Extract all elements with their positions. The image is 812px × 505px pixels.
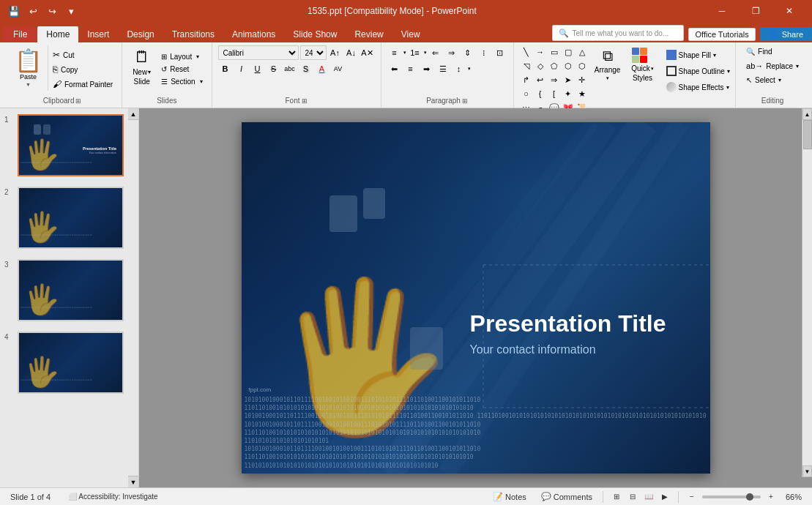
select-button[interactable]: ↖ Select ▾ bbox=[742, 74, 803, 86]
zoom-thumb[interactable] bbox=[746, 493, 753, 501]
strikethrough-button[interactable]: S bbox=[267, 61, 281, 76]
shape-quad-arrow[interactable]: ✛ bbox=[576, 73, 589, 86]
format-painter-button[interactable]: 🖌 Format Painter bbox=[50, 78, 116, 91]
numbering-arrow[interactable]: ▾ bbox=[424, 50, 427, 56]
shape-fill-button[interactable]: Shape Fill ▾ bbox=[662, 48, 734, 61]
shape-arrow-line[interactable]: → bbox=[534, 45, 547, 59]
tab-review[interactable]: Review bbox=[346, 26, 392, 42]
replace-button[interactable]: ab→ Replace ▾ bbox=[742, 59, 803, 72]
tab-home[interactable]: Home bbox=[37, 26, 78, 42]
undo-button[interactable]: ↩ bbox=[25, 3, 41, 19]
shape-rounded-rect[interactable]: ▢ bbox=[562, 45, 575, 59]
copy-button[interactable]: ⎘ Copy bbox=[50, 63, 116, 76]
normal-view-button[interactable]: ⊞ bbox=[609, 490, 624, 504]
redo-button[interactable]: ↪ bbox=[44, 3, 60, 19]
underline-button[interactable]: U bbox=[250, 61, 265, 76]
numbering-button[interactable]: 1≡ bbox=[408, 45, 422, 60]
line-spacing-button[interactable]: ↕ bbox=[452, 61, 466, 76]
shape-hexagon[interactable]: ⬡ bbox=[562, 59, 575, 72]
font-size-select[interactable]: 24 bbox=[300, 45, 327, 60]
shape-rtriangle[interactable]: ◹ bbox=[520, 59, 533, 72]
shape-star5[interactable]: ★ bbox=[576, 87, 589, 100]
panel-scroll-down[interactable]: ▼ bbox=[128, 476, 138, 487]
tab-animations[interactable]: Animations bbox=[223, 26, 284, 42]
layout-button[interactable]: ⊞ Layout ▾ bbox=[158, 51, 205, 62]
shape-brace[interactable]: { bbox=[534, 87, 547, 100]
bold-button[interactable]: B bbox=[218, 61, 233, 76]
tab-insert[interactable]: Insert bbox=[78, 26, 118, 42]
share-button[interactable]: 👤 Share bbox=[760, 27, 812, 41]
paragraph-expand-icon[interactable]: ⊞ bbox=[462, 97, 468, 105]
shadow-button[interactable]: S bbox=[299, 61, 313, 76]
clipboard-expand-icon[interactable]: ⊞ bbox=[75, 97, 81, 105]
shape-notched-arrow[interactable]: ➤ bbox=[562, 73, 575, 86]
shape-diamond[interactable]: ◇ bbox=[534, 59, 547, 72]
slide-thumbnail-3[interactable]: 🖐 10101001000101101111001001010010011101… bbox=[18, 259, 124, 321]
increase-indent-button[interactable]: ⇒ bbox=[444, 45, 459, 60]
align-left-button[interactable]: ⬅ bbox=[387, 61, 402, 76]
slideshow-button[interactable]: ▶ bbox=[658, 490, 672, 504]
notes-button[interactable]: 📝 Notes bbox=[488, 490, 531, 503]
panel-scroll-up[interactable]: ▲ bbox=[128, 108, 138, 120]
tab-slideshow[interactable]: Slide Show bbox=[284, 26, 346, 42]
text-direction-button[interactable]: ⇕ bbox=[461, 45, 475, 60]
decrease-indent-button[interactable]: ⇐ bbox=[428, 45, 443, 60]
slide-sorter-button[interactable]: ⊟ bbox=[625, 490, 640, 504]
small-caps-button[interactable]: abc bbox=[283, 61, 297, 76]
shape-octagon[interactable]: ⬡ bbox=[576, 59, 589, 72]
tab-transitions[interactable]: Transitions bbox=[163, 26, 223, 42]
scroll-down-button[interactable]: ▼ bbox=[802, 465, 812, 477]
char-spacing-button[interactable]: AV bbox=[331, 61, 346, 76]
comments-button[interactable]: 💬 Comments bbox=[537, 490, 597, 503]
bullet-list-button[interactable]: ≡ bbox=[387, 45, 402, 60]
shape-striped-arrow[interactable]: ⇒ bbox=[548, 73, 561, 86]
scroll-up-button[interactable]: ▲ bbox=[802, 108, 812, 120]
reset-button[interactable]: ↺ Reset bbox=[158, 64, 205, 75]
vertical-scrollbar[interactable]: ▲ ▼ bbox=[802, 108, 812, 477]
zoom-in-button[interactable]: + bbox=[764, 490, 778, 504]
scrollbar-track[interactable] bbox=[802, 120, 812, 465]
shape-pentagon[interactable]: ⬠ bbox=[548, 59, 561, 72]
shape-effects-button[interactable]: Shape Effects ▾ bbox=[662, 81, 734, 94]
find-button[interactable]: 🔍 Find bbox=[742, 45, 803, 58]
section-button[interactable]: ☰ Section ▾ bbox=[158, 76, 205, 87]
zoom-level[interactable]: 66% bbox=[781, 491, 806, 503]
tab-file[interactable]: File bbox=[3, 26, 37, 42]
zoom-out-button[interactable]: − bbox=[685, 490, 699, 504]
slide-thumbnail-1[interactable]: 🖐 Presentation Title Your contact inform… bbox=[18, 114, 124, 176]
accessibility-button[interactable]: ⬜ Accessibility: Investigate bbox=[64, 491, 163, 502]
bullet-arrow[interactable]: ▾ bbox=[403, 50, 406, 56]
shape-circle[interactable]: ○ bbox=[520, 87, 533, 100]
shape-bracket[interactable]: [ bbox=[548, 87, 561, 100]
shape-bent-arrow[interactable]: ↱ bbox=[520, 73, 533, 86]
minimize-button[interactable]: ─ bbox=[705, 0, 739, 22]
columns-button[interactable]: ⫶ bbox=[477, 45, 491, 60]
office-tutorials-button[interactable]: Office Tutorials bbox=[688, 28, 755, 41]
decrease-font-button[interactable]: A↓ bbox=[344, 45, 359, 60]
new-slide-button[interactable]: 🗒 New ▾ Slide bbox=[128, 45, 155, 88]
zoom-slider[interactable] bbox=[702, 495, 761, 498]
scrollbar-thumb[interactable] bbox=[803, 120, 812, 149]
slide-thumbnail-4[interactable]: 🖐 10101001000101101111001001010010011101… bbox=[18, 332, 124, 394]
font-expand-icon[interactable]: ⊞ bbox=[302, 97, 308, 105]
font-family-select[interactable]: Calibri bbox=[218, 45, 299, 60]
font-color-button[interactable]: A bbox=[315, 61, 329, 76]
cut-button[interactable]: ✂ Cut bbox=[50, 48, 116, 61]
justify-button[interactable]: ☰ bbox=[436, 61, 450, 76]
increase-font-button[interactable]: A↑ bbox=[328, 45, 343, 60]
restore-button[interactable]: ❐ bbox=[739, 0, 772, 22]
quick-styles-button[interactable]: Quick ▾ Styles bbox=[627, 45, 659, 84]
clear-format-button[interactable]: A✕ bbox=[360, 45, 375, 60]
shape-line[interactable]: ╲ bbox=[520, 45, 533, 59]
smart-art-convert-button[interactable]: ⊡ bbox=[493, 45, 507, 60]
shape-rect[interactable]: ▭ bbox=[548, 45, 561, 59]
italic-button[interactable]: I bbox=[234, 61, 249, 76]
customize-qat-button[interactable]: ▾ bbox=[63, 3, 79, 19]
slide-thumbnail-2[interactable]: 🖐 10101001000101101111001001010010011101… bbox=[18, 187, 124, 249]
reading-view-button[interactable]: 📖 bbox=[641, 490, 656, 504]
align-center-button[interactable]: ≡ bbox=[403, 61, 418, 76]
shape-u-arrow[interactable]: ↩ bbox=[534, 73, 547, 86]
paste-button[interactable]: 📋 Paste ▼ bbox=[9, 45, 48, 91]
tell-me-input[interactable]: 🔍 Tell me what you want to do... bbox=[552, 25, 684, 41]
line-spacing-arrow[interactable]: ▾ bbox=[468, 66, 471, 72]
